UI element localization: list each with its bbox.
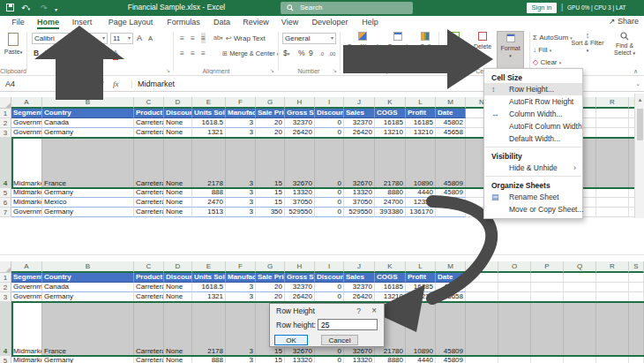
conditional-formatting-button[interactable]: Conditional Formatting ▾ xyxy=(342,32,383,57)
insert-cells-button[interactable]: Insert▾ xyxy=(441,32,468,57)
cell-P1[interactable] xyxy=(531,273,564,283)
cell-O4[interactable] xyxy=(498,302,531,356)
cell-K2[interactable]: 16185 xyxy=(375,118,406,128)
cell-A2[interactable]: Government xyxy=(11,283,42,292)
cell-A1[interactable]: Segment xyxy=(11,273,42,283)
cell-C5[interactable]: Carretera xyxy=(134,188,164,198)
find-select-button[interactable]: Find & Select ▾ xyxy=(607,32,642,57)
column-header-J[interactable]: J xyxy=(344,261,375,273)
cell-B2[interactable]: Canada xyxy=(42,118,134,128)
column-header-R[interactable]: R xyxy=(596,97,629,109)
currency-button[interactable]: $▾ xyxy=(283,48,290,59)
name-box[interactable]: A4▾ xyxy=(0,76,69,92)
cell-I7[interactable]: 0 xyxy=(315,208,344,217)
cell-R5[interactable] xyxy=(596,188,629,198)
cell-C5[interactable]: Carretera xyxy=(134,356,164,363)
cell-J5[interactable]: 13320 xyxy=(344,356,375,363)
column-header-N[interactable]: N xyxy=(466,261,498,273)
column-header-K[interactable]: K xyxy=(375,97,406,109)
cell-M2[interactable]: 45802 xyxy=(436,118,466,128)
cell-C2[interactable]: Carretera xyxy=(134,118,164,128)
cell-D4[interactable]: None xyxy=(164,302,192,356)
cell-G5[interactable]: 15 xyxy=(256,188,285,198)
column-header-F[interactable]: F xyxy=(226,261,256,273)
cell-F1[interactable]: Manufac xyxy=(226,109,256,118)
align-right-icon[interactable]: ≡ xyxy=(201,48,206,58)
column-header-M[interactable]: M xyxy=(436,261,466,273)
cell-K6[interactable]: 24700 xyxy=(375,198,406,208)
tab-view[interactable]: View xyxy=(279,16,301,29)
cell-L6[interactable]: 12350 xyxy=(406,198,436,208)
cell-M5[interactable]: 45809 xyxy=(436,188,466,198)
row-header-5[interactable]: 5 xyxy=(0,188,11,198)
cell-E5[interactable]: 888 xyxy=(192,356,226,363)
tab-insert[interactable]: Insert xyxy=(67,16,97,29)
fill-button[interactable]: ↓ Fill ▾ xyxy=(533,46,551,54)
column-header-I[interactable]: I xyxy=(315,97,344,109)
column-header-C[interactable]: C xyxy=(134,261,164,273)
cell-E6[interactable]: 2470 xyxy=(192,198,226,208)
align-center-icon[interactable]: ≡ xyxy=(191,48,195,58)
cell-B1[interactable]: Country xyxy=(42,109,134,118)
cell-J6[interactable]: 37050 xyxy=(344,198,375,208)
cell-D2[interactable]: None xyxy=(164,118,192,128)
menu-item-autofit-column-width[interactable]: AutoFit Column Width xyxy=(484,120,582,132)
cell-J5[interactable]: 13320 xyxy=(344,188,375,198)
bold-button[interactable]: B xyxy=(34,48,39,58)
cell-J4[interactable]: 32670 xyxy=(344,138,375,188)
column-header-H[interactable]: H xyxy=(285,261,315,273)
enter-formula-icon[interactable]: ✓ xyxy=(99,76,106,92)
column-header-H[interactable]: H xyxy=(285,97,315,109)
cell-K1[interactable]: COGS xyxy=(375,273,406,283)
cell-O5[interactable] xyxy=(498,356,531,363)
cell-G4[interactable]: 15 xyxy=(256,138,285,188)
cancel-formula-icon[interactable]: × xyxy=(85,76,89,92)
cell-H7[interactable]: 529550 xyxy=(285,208,315,217)
column-header-C[interactable]: C xyxy=(134,97,164,109)
cell-I1[interactable]: Discounts xyxy=(315,109,344,118)
cell-I6[interactable]: 0 xyxy=(315,198,344,208)
cell-L7[interactable]: 136170 xyxy=(406,208,436,217)
cell-L2[interactable]: 16185 xyxy=(406,283,436,292)
cell-G2[interactable]: 20 xyxy=(256,118,285,128)
cell-styles-button[interactable]: Cell Styles ▾ xyxy=(413,32,438,57)
cell-B4[interactable]: France xyxy=(42,138,134,188)
cell-B6[interactable]: Mexico xyxy=(42,198,134,208)
cell-E4[interactable]: 2178 xyxy=(192,138,226,188)
cell-P4[interactable] xyxy=(531,302,564,356)
cell-D7[interactable]: None xyxy=(164,208,192,217)
cell-R2[interactable] xyxy=(596,283,629,292)
cell-J7[interactable]: 529550 xyxy=(344,208,375,217)
cell-H1[interactable]: Gross Sal xyxy=(285,109,315,118)
scroll-up-icon[interactable]: ▲ xyxy=(635,97,644,102)
alignment-dialog-launcher-icon[interactable]: ↘ xyxy=(270,67,274,73)
expand-formula-bar-icon[interactable]: ⌄ xyxy=(635,76,640,92)
menu-item-autofit-row-height[interactable]: AutoFit Row Height xyxy=(484,95,582,108)
cell-R2[interactable] xyxy=(596,118,629,128)
row-header-2[interactable]: 2 xyxy=(0,283,11,292)
cell-C4[interactable]: Carretera xyxy=(134,138,164,188)
cell-H4[interactable]: 32670 xyxy=(285,138,315,188)
share-button[interactable]: ↗ Share xyxy=(609,17,639,26)
cell-A2[interactable]: Government xyxy=(11,118,42,128)
delete-cells-button[interactable]: Delete▾ xyxy=(469,32,496,57)
row-header-2[interactable]: 2 xyxy=(0,118,11,128)
scrollbar-thumb[interactable] xyxy=(637,109,643,140)
cell-R6[interactable] xyxy=(596,198,629,208)
save-icon[interactable] xyxy=(6,4,14,11)
column-header-A[interactable]: A xyxy=(11,261,42,273)
cell-R4[interactable] xyxy=(596,302,629,356)
cell-E2[interactable]: 1618.5 xyxy=(192,283,226,292)
cell-K7[interactable]: 393380 xyxy=(375,208,406,217)
cell-R1[interactable] xyxy=(596,109,629,118)
cell-E1[interactable]: Units Sold xyxy=(192,109,226,118)
cell-H1[interactable]: Gross Sal xyxy=(285,273,315,283)
cell-Q5[interactable] xyxy=(564,356,596,363)
menu-item-column-width[interactable]: ↔Column Width... xyxy=(484,108,582,120)
undo-button[interactable]: ↶▾ xyxy=(21,2,30,15)
cell-H6[interactable]: 37050 xyxy=(285,198,315,208)
column-header-F[interactable]: F xyxy=(226,97,256,109)
cell-J2[interactable]: 32370 xyxy=(344,283,375,292)
cell-I2[interactable]: 0 xyxy=(315,118,344,128)
cell-B5[interactable]: Germany xyxy=(42,188,134,198)
